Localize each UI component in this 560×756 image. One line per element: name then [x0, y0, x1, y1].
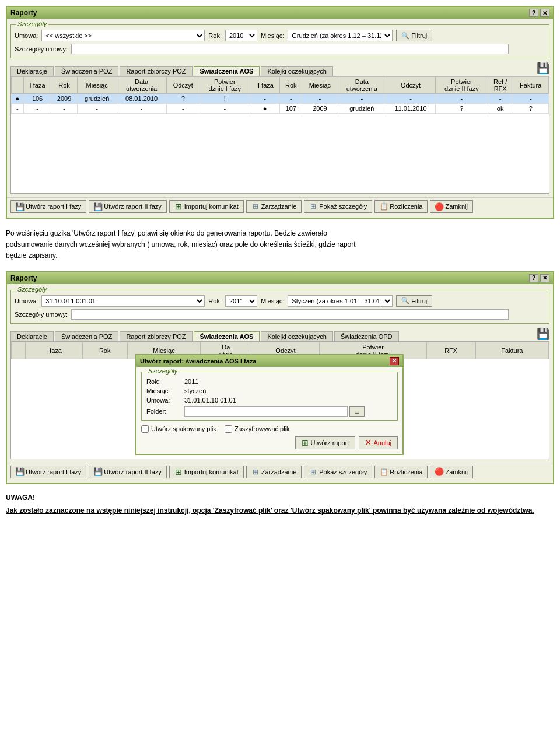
- checkbox-zaszyfrowany[interactable]: [225, 425, 232, 433]
- td-ii-faza-r2: ●: [250, 104, 280, 114]
- table-row[interactable]: ● 106 2009 grudzień 08.01.2010 ? ! - - -…: [12, 94, 549, 104]
- importuj-komunikat-btn-1[interactable]: ⊞ Importuj komunikat: [169, 200, 244, 213]
- td-ref-r1: -: [488, 94, 513, 104]
- th-potwier-1: Potwierdznie I fazy: [200, 77, 250, 94]
- umowa-label-1: Umowa:: [15, 32, 38, 39]
- szczegoly-umowy-label-2: Szczegóły umowy:: [15, 311, 68, 318]
- szczegoly-umowy-input-1[interactable]: [71, 44, 509, 54]
- pokaz-szczegoly-btn-2[interactable]: ⊞ Pokaż szczegóły: [304, 466, 372, 478]
- uwaga-text: Jak zostało zaznaczone na wstępie niniej…: [6, 505, 554, 516]
- pokaz-szczegoly-btn-1[interactable]: ⊞ Pokaż szczegóły: [304, 200, 372, 213]
- explanation-p2: podsumowanie danych wcześniej wybranych …: [6, 239, 554, 250]
- modal-close-btn[interactable]: ✕: [390, 357, 399, 365]
- rok-label-2: Rok:: [208, 298, 222, 304]
- save-table-icon-1[interactable]: 💾: [537, 62, 550, 75]
- td-rok1-r2: -: [51, 104, 77, 114]
- td-potwier1-r1: !: [200, 94, 250, 104]
- titlebar-controls-1: ? ✕: [529, 9, 550, 17]
- zarzadzanie-btn-1[interactable]: ⊞ Zarządzanie: [246, 200, 302, 213]
- tab-raport-zbiorczy-1[interactable]: Raport zbiorczy POZ: [120, 66, 192, 76]
- modal-szczegoly-group: Szczegóły Rok: 2011 Miesiąc: styczeń Umo…: [141, 372, 398, 421]
- tab-kolejki-1[interactable]: Kolejki oczekujących: [261, 66, 333, 76]
- rok-select-1[interactable]: 2010: [225, 30, 257, 41]
- th-i-faza: I faza: [23, 77, 51, 94]
- tab-swiadczenia-aos-2[interactable]: Świadczenia AOS: [194, 331, 260, 341]
- utworz-raport-i-fazy-btn-2[interactable]: 💾 Utwórz raport I fazy: [10, 466, 86, 478]
- window-title-1: Raporty: [10, 9, 37, 17]
- td-faktura-r1: -: [513, 94, 548, 104]
- zamknij-btn-2[interactable]: 🔴 Zamknij: [430, 466, 473, 478]
- modal-szczegoly-title: Szczegóły: [146, 368, 179, 374]
- close-btn-1[interactable]: ✕: [540, 9, 550, 17]
- modal-anuluj-btn[interactable]: ✕ Anuluj: [359, 436, 398, 449]
- szczegoly-umowy-input-2[interactable]: [71, 309, 509, 320]
- explanation-p3: będzie zapisany.: [6, 250, 554, 261]
- window-raporty-2: Raporty ? ✕ Szczegóły Umowa: 31.10.011.0…: [6, 271, 554, 484]
- modal-checkbox-zaszyfrowany: Zaszyfrowywać plik: [225, 425, 290, 433]
- plus-icon-1: ⊞: [174, 202, 183, 211]
- td-data2-r2: grudzień: [338, 104, 386, 114]
- modal-folder-label: Folder:: [146, 408, 184, 415]
- th2-faktura: Faktura: [475, 342, 548, 359]
- checkbox-spakowany[interactable]: [141, 425, 149, 433]
- utworz-raport-ii-fazy-btn-1[interactable]: 💾 Utwórz raport II fazy: [89, 200, 166, 213]
- checkbox-zaszyfrowany-label: Zaszyfrowywać plik: [235, 425, 290, 432]
- filter-icon-2: 🔍: [401, 297, 410, 304]
- help-btn-1[interactable]: ?: [529, 9, 538, 17]
- filtruj-btn-1[interactable]: 🔍 Filtruj: [396, 30, 432, 41]
- window-body-2: Szczegóły Umowa: 31.10.011.001.01 Rok: 2…: [7, 284, 553, 483]
- close-btn-2[interactable]: ✕: [540, 274, 550, 282]
- uwaga-section: UWAGA! Jak zostało zaznaczone na wstępie…: [6, 494, 554, 516]
- modal-rok-label: Rok:: [146, 378, 184, 385]
- th-data-2: Datautworzenia: [338, 77, 386, 94]
- tab-raport-zbiorczy-2[interactable]: Raport zbiorczy POZ: [120, 331, 192, 341]
- th2-icon: [12, 342, 26, 359]
- tab-deklaracje-2[interactable]: Deklaracje: [10, 331, 54, 341]
- save-table-icon-2[interactable]: 💾: [537, 327, 550, 340]
- rok-select-2[interactable]: 2011: [225, 295, 257, 307]
- help-btn-2[interactable]: ?: [529, 274, 538, 282]
- utworz-raport-i-fazy-btn-1[interactable]: 💾 Utwórz raport I fazy: [10, 200, 86, 213]
- modal-checkboxes: Utwórz spakowany plik Zaszyfrowywać plik: [141, 425, 398, 433]
- umowa-select-2[interactable]: 31.10.011.001.01: [41, 295, 205, 307]
- filtruj-btn-2[interactable]: 🔍 Filtruj: [396, 295, 432, 307]
- td-i-faza-r1: 106: [23, 94, 51, 104]
- rozliczenia-btn-2[interactable]: 📋 Rozliczenia: [374, 466, 428, 478]
- td-potwier1-r2: -: [200, 104, 250, 114]
- th-miesiac-1: Miesiąc: [77, 77, 117, 94]
- tab-swiadczenia-poz-1[interactable]: Świadczenia POZ: [55, 66, 118, 76]
- umowa-label-2: Umowa:: [15, 298, 38, 304]
- miesiac-label-2: Miesiąc:: [261, 298, 284, 304]
- show-icon-2: ⊞: [309, 468, 317, 476]
- td-rok1-r1: 2009: [51, 94, 77, 104]
- tab-swiadczenia-aos-1[interactable]: Świadczenia AOS: [194, 66, 260, 76]
- td-miesiac1-r1: grudzień: [77, 94, 117, 104]
- szczegoly-label-2: Szczegóły: [16, 286, 48, 293]
- tab-deklaracje-1[interactable]: Deklaracje: [10, 66, 54, 76]
- tab-swiadczenia-poz-2[interactable]: Świadczenia POZ: [55, 331, 118, 341]
- miesiac-select-2[interactable]: Styczeń (za okres 1.01 – 31.01): [288, 295, 393, 307]
- importuj-komunikat-btn-2[interactable]: ⊞ Importuj komunikat: [169, 466, 244, 478]
- tab-swiadczenia-opd-2[interactable]: Świadczenia OPD: [334, 331, 399, 341]
- modal-content: Szczegóły Rok: 2011 Miesiąc: styczeń Umo…: [136, 367, 402, 454]
- th2-i-faza: I faza: [26, 342, 82, 359]
- miesiac-select-1[interactable]: Grudzień (za okres 1.12 – 31.12): [288, 30, 393, 41]
- th-odczyt-1: Odczyt: [166, 77, 200, 94]
- th-rok-2: Rok: [280, 77, 302, 94]
- plus-icon-2: ⊞: [174, 468, 183, 476]
- th-faktura: Faktura: [513, 77, 548, 94]
- modal-folder-input[interactable]: [184, 406, 348, 416]
- zarzadzanie-btn-2[interactable]: ⊞ Zarządzanie: [246, 466, 302, 478]
- modal-folder-browse-btn[interactable]: ...: [349, 406, 365, 416]
- disk-icon-3: 💾: [16, 468, 24, 476]
- modal-utworz-raport-btn[interactable]: ⊞ Utwórz raport: [295, 436, 355, 449]
- utworz-raport-ii-fazy-btn-2[interactable]: 💾 Utwórz raport II fazy: [89, 466, 166, 478]
- aos-table-1: I faza Rok Miesiąc Datautworzenia Odczyt…: [11, 76, 549, 114]
- zamknij-btn-1[interactable]: 🔴 Zamknij: [430, 200, 473, 213]
- td-potwier2-r2: ?: [436, 104, 488, 114]
- umowa-select-1[interactable]: << wszystkie >>: [41, 30, 205, 41]
- rozliczenia-btn-1[interactable]: 📋 Rozliczenia: [374, 200, 428, 213]
- table-row[interactable]: - - - - - - - ● 107 2009 grudzień 11.01.…: [12, 104, 549, 114]
- tab-kolejki-2[interactable]: Kolejki oczekujących: [261, 331, 333, 341]
- td-miesiac1-r2: -: [77, 104, 117, 114]
